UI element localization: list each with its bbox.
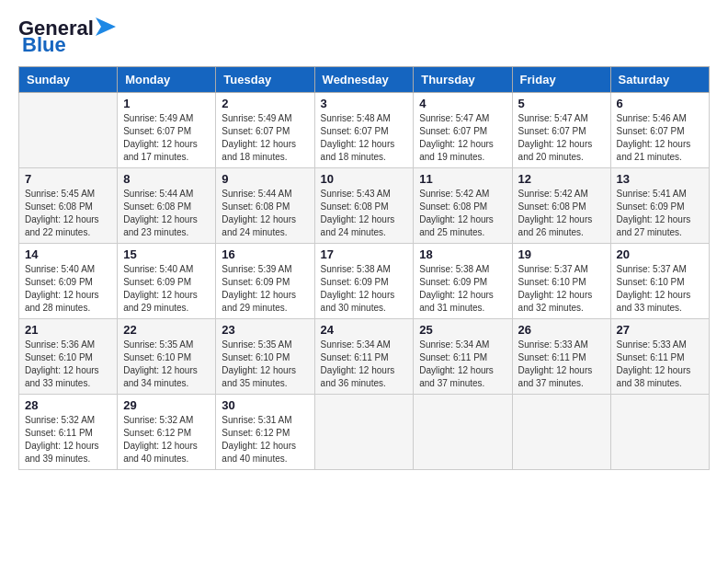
calendar-cell bbox=[19, 93, 118, 168]
day-info: Sunrise: 5:33 AMSunset: 6:11 PMDaylight:… bbox=[617, 339, 703, 390]
day-number: 12 bbox=[518, 172, 605, 186]
day-number: 24 bbox=[321, 323, 408, 337]
calendar-cell: 19Sunrise: 5:37 AMSunset: 6:10 PMDayligh… bbox=[512, 244, 610, 319]
calendar-cell: 21Sunrise: 5:36 AMSunset: 6:10 PMDayligh… bbox=[19, 319, 118, 395]
calendar-cell bbox=[314, 395, 414, 470]
day-number: 3 bbox=[321, 97, 408, 110]
day-number: 1 bbox=[123, 97, 210, 110]
day-info: Sunrise: 5:35 AMSunset: 6:10 PMDaylight:… bbox=[222, 339, 308, 390]
day-info: Sunrise: 5:48 AMSunset: 6:07 PMDaylight:… bbox=[321, 112, 408, 164]
day-info: Sunrise: 5:42 AMSunset: 6:08 PMDaylight:… bbox=[419, 188, 506, 239]
calendar-cell: 22Sunrise: 5:35 AMSunset: 6:10 PMDayligh… bbox=[118, 319, 216, 395]
calendar-cell: 9Sunrise: 5:44 AMSunset: 6:08 PMDaylight… bbox=[216, 168, 314, 244]
day-info: Sunrise: 5:32 AMSunset: 6:12 PMDaylight:… bbox=[123, 414, 210, 465]
day-info: Sunrise: 5:47 AMSunset: 6:07 PMDaylight:… bbox=[419, 112, 506, 164]
day-number: 30 bbox=[222, 398, 308, 412]
calendar-cell: 11Sunrise: 5:42 AMSunset: 6:08 PMDayligh… bbox=[414, 168, 512, 244]
day-info: Sunrise: 5:44 AMSunset: 6:08 PMDaylight:… bbox=[123, 188, 210, 239]
day-number: 26 bbox=[518, 323, 605, 337]
weekday-header-friday: Friday bbox=[512, 67, 610, 93]
weekday-header-sunday: Sunday bbox=[19, 67, 118, 93]
day-info: Sunrise: 5:37 AMSunset: 6:10 PMDaylight:… bbox=[518, 263, 605, 315]
calendar-cell: 26Sunrise: 5:33 AMSunset: 6:11 PMDayligh… bbox=[512, 319, 610, 395]
day-number: 29 bbox=[123, 398, 210, 412]
calendar-week-row: 28Sunrise: 5:32 AMSunset: 6:11 PMDayligh… bbox=[19, 395, 710, 470]
day-info: Sunrise: 5:36 AMSunset: 6:10 PMDaylight:… bbox=[25, 339, 111, 390]
day-info: Sunrise: 5:47 AMSunset: 6:07 PMDaylight:… bbox=[518, 112, 605, 164]
weekday-header-saturday: Saturday bbox=[610, 67, 709, 93]
day-info: Sunrise: 5:40 AMSunset: 6:09 PMDaylight:… bbox=[25, 263, 111, 315]
day-number: 25 bbox=[419, 323, 506, 337]
weekday-header-monday: Monday bbox=[118, 67, 216, 93]
day-number: 21 bbox=[25, 323, 111, 337]
calendar-cell: 15Sunrise: 5:40 AMSunset: 6:09 PMDayligh… bbox=[118, 244, 216, 319]
weekday-header-wednesday: Wednesday bbox=[314, 67, 414, 93]
day-info: Sunrise: 5:39 AMSunset: 6:09 PMDaylight:… bbox=[222, 263, 308, 315]
calendar-cell: 30Sunrise: 5:31 AMSunset: 6:12 PMDayligh… bbox=[216, 395, 314, 470]
weekday-header-tuesday: Tuesday bbox=[216, 67, 314, 93]
calendar-cell: 2Sunrise: 5:49 AMSunset: 6:07 PMDaylight… bbox=[216, 93, 314, 168]
calendar-cell: 13Sunrise: 5:41 AMSunset: 6:09 PMDayligh… bbox=[610, 168, 709, 244]
calendar-week-row: 1Sunrise: 5:49 AMSunset: 6:07 PMDaylight… bbox=[19, 93, 710, 168]
day-number: 18 bbox=[419, 247, 506, 261]
day-number: 28 bbox=[25, 398, 111, 412]
day-info: Sunrise: 5:45 AMSunset: 6:08 PMDaylight:… bbox=[25, 188, 111, 239]
day-number: 8 bbox=[123, 172, 210, 186]
day-number: 15 bbox=[123, 247, 210, 261]
day-info: Sunrise: 5:34 AMSunset: 6:11 PMDaylight:… bbox=[419, 339, 506, 390]
day-number: 23 bbox=[222, 323, 308, 337]
day-info: Sunrise: 5:44 AMSunset: 6:08 PMDaylight:… bbox=[222, 188, 308, 239]
day-number: 17 bbox=[321, 247, 408, 261]
logo-arrow-icon bbox=[96, 17, 116, 36]
day-info: Sunrise: 5:38 AMSunset: 6:09 PMDaylight:… bbox=[419, 263, 506, 315]
day-number: 19 bbox=[518, 247, 605, 261]
calendar-cell: 28Sunrise: 5:32 AMSunset: 6:11 PMDayligh… bbox=[19, 395, 118, 470]
day-info: Sunrise: 5:32 AMSunset: 6:11 PMDaylight:… bbox=[25, 414, 111, 465]
calendar-cell: 5Sunrise: 5:47 AMSunset: 6:07 PMDaylight… bbox=[512, 93, 610, 168]
day-info: Sunrise: 5:49 AMSunset: 6:07 PMDaylight:… bbox=[222, 112, 308, 164]
calendar-cell: 10Sunrise: 5:43 AMSunset: 6:08 PMDayligh… bbox=[314, 168, 414, 244]
day-info: Sunrise: 5:42 AMSunset: 6:08 PMDaylight:… bbox=[518, 188, 605, 239]
day-info: Sunrise: 5:35 AMSunset: 6:10 PMDaylight:… bbox=[123, 339, 210, 390]
calendar-week-row: 21Sunrise: 5:36 AMSunset: 6:10 PMDayligh… bbox=[19, 319, 710, 395]
day-info: Sunrise: 5:38 AMSunset: 6:09 PMDaylight:… bbox=[321, 263, 408, 315]
day-number: 14 bbox=[25, 247, 111, 261]
day-number: 11 bbox=[419, 172, 506, 186]
calendar-cell: 7Sunrise: 5:45 AMSunset: 6:08 PMDaylight… bbox=[19, 168, 118, 244]
day-number: 9 bbox=[222, 172, 308, 186]
calendar-cell: 3Sunrise: 5:48 AMSunset: 6:07 PMDaylight… bbox=[314, 93, 414, 168]
day-number: 10 bbox=[321, 172, 408, 186]
calendar-cell: 18Sunrise: 5:38 AMSunset: 6:09 PMDayligh… bbox=[414, 244, 512, 319]
calendar-cell: 1Sunrise: 5:49 AMSunset: 6:07 PMDaylight… bbox=[118, 93, 216, 168]
day-number: 6 bbox=[617, 97, 703, 110]
calendar-cell: 4Sunrise: 5:47 AMSunset: 6:07 PMDaylight… bbox=[414, 93, 512, 168]
calendar-cell: 12Sunrise: 5:42 AMSunset: 6:08 PMDayligh… bbox=[512, 168, 610, 244]
day-number: 5 bbox=[518, 97, 605, 110]
day-number: 27 bbox=[617, 323, 703, 337]
day-info: Sunrise: 5:41 AMSunset: 6:09 PMDaylight:… bbox=[617, 188, 703, 239]
weekday-header-thursday: Thursday bbox=[414, 67, 512, 93]
day-number: 7 bbox=[25, 172, 111, 186]
calendar-cell: 24Sunrise: 5:34 AMSunset: 6:11 PMDayligh… bbox=[314, 319, 414, 395]
day-info: Sunrise: 5:31 AMSunset: 6:12 PMDaylight:… bbox=[222, 414, 308, 465]
day-info: Sunrise: 5:37 AMSunset: 6:10 PMDaylight:… bbox=[617, 263, 703, 315]
calendar-cell: 27Sunrise: 5:33 AMSunset: 6:11 PMDayligh… bbox=[610, 319, 709, 395]
calendar-cell bbox=[414, 395, 512, 470]
calendar-cell: 29Sunrise: 5:32 AMSunset: 6:12 PMDayligh… bbox=[118, 395, 216, 470]
day-info: Sunrise: 5:33 AMSunset: 6:11 PMDaylight:… bbox=[518, 339, 605, 390]
calendar-week-row: 7Sunrise: 5:45 AMSunset: 6:08 PMDaylight… bbox=[19, 168, 710, 244]
calendar-cell bbox=[512, 395, 610, 470]
logo-blue-text: Blue bbox=[22, 33, 66, 57]
weekday-header-row: SundayMondayTuesdayWednesdayThursdayFrid… bbox=[19, 67, 710, 93]
day-number: 22 bbox=[123, 323, 210, 337]
day-info: Sunrise: 5:43 AMSunset: 6:08 PMDaylight:… bbox=[321, 188, 408, 239]
calendar-cell bbox=[610, 395, 709, 470]
calendar-cell: 23Sunrise: 5:35 AMSunset: 6:10 PMDayligh… bbox=[216, 319, 314, 395]
calendar-cell: 8Sunrise: 5:44 AMSunset: 6:08 PMDaylight… bbox=[118, 168, 216, 244]
day-number: 4 bbox=[419, 97, 506, 110]
day-info: Sunrise: 5:46 AMSunset: 6:07 PMDaylight:… bbox=[617, 112, 703, 164]
calendar-cell: 17Sunrise: 5:38 AMSunset: 6:09 PMDayligh… bbox=[314, 244, 414, 319]
day-info: Sunrise: 5:34 AMSunset: 6:11 PMDaylight:… bbox=[321, 339, 408, 390]
logo: General Blue bbox=[18, 18, 116, 57]
day-info: Sunrise: 5:49 AMSunset: 6:07 PMDaylight:… bbox=[123, 112, 210, 164]
